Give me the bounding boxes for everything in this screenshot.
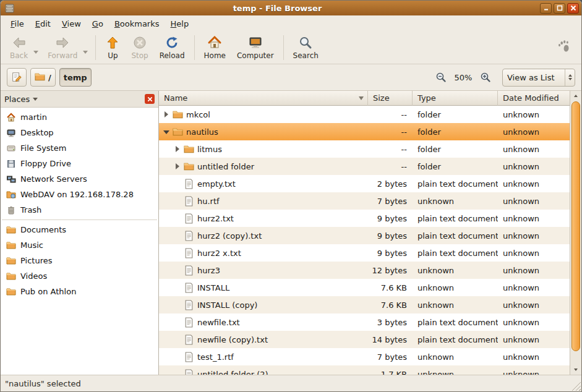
sidebar-item-webdav-on-192-168-178-28[interactable]: WebDAV on 192.168.178.28 (1, 187, 158, 202)
file-row[interactable]: INSTALL 7.6 KB unknown unknown (159, 279, 570, 296)
file-date-modified: unknown (498, 197, 570, 206)
file-row[interactable]: hurz2 x.txt 9 bytes plain text document … (159, 244, 570, 262)
file-row[interactable]: hurz2 (copy).txt 9 bytes plain text docu… (159, 227, 570, 244)
toolbar-button-label: Search (293, 51, 319, 60)
sidebar-item-pictures[interactable]: Pictures (1, 253, 158, 268)
sidebar-item-pub-on-athlon[interactable]: Pub on Athlon (1, 284, 158, 299)
menu-go[interactable]: Go (87, 17, 108, 30)
place-label: Pub on Athlon (20, 287, 76, 296)
menu-edit[interactable]: Edit (30, 17, 56, 30)
sidebar-item-file-system[interactable]: File System (1, 140, 158, 156)
places-header[interactable]: Places (1, 91, 158, 108)
column-header-type[interactable]: Type (413, 91, 498, 106)
sidebar-item-desktop[interactable]: Desktop (1, 125, 158, 140)
chevron-down-icon[interactable] (33, 51, 38, 54)
file-type: folder (413, 127, 498, 137)
column-header-date-modified[interactable]: Date Modified (498, 91, 570, 106)
column-header-name[interactable]: Name (159, 91, 368, 106)
back-button[interactable]: Back (4, 33, 33, 62)
file-type: unknown (413, 283, 498, 292)
file-size: -- (368, 145, 413, 154)
titlebar[interactable]: temp - File Browser (1, 1, 581, 15)
scrollbar-thumb[interactable] (571, 101, 580, 351)
menu-bookmarks[interactable]: Bookmarks (109, 17, 165, 30)
path-temp-label: temp (64, 73, 87, 82)
toggle-location-entry-button[interactable] (7, 68, 27, 87)
file-row[interactable]: hurz2.txt 9 bytes plain text document un… (159, 210, 570, 227)
menu-help[interactable]: Help (166, 17, 194, 30)
file-date-modified: unknown (498, 231, 570, 241)
file-name: hurz3 (197, 266, 220, 275)
stop-button[interactable]: Stop (126, 33, 153, 62)
folder-icon (173, 109, 183, 120)
computer-icon (248, 35, 263, 50)
text-file-icon (184, 283, 194, 293)
trash-icon (6, 205, 16, 215)
place-label: Network Servers (20, 174, 87, 184)
text-file-icon (184, 317, 194, 328)
file-size: 1.7 KB (368, 370, 413, 375)
reload-icon (165, 35, 179, 50)
expander-icon[interactable] (174, 163, 182, 171)
expander-icon[interactable] (174, 145, 182, 153)
zoom-in-icon[interactable] (480, 72, 491, 83)
file-row[interactable]: hu.rtf 7 bytes unknown unknown (159, 192, 570, 210)
zoom-out-icon[interactable] (435, 72, 447, 83)
expander-icon[interactable] (163, 111, 171, 119)
file-name: empty.txt (197, 179, 236, 189)
chevron-down-icon[interactable] (83, 51, 88, 54)
sidebar-item-network-servers[interactable]: Network Servers (1, 171, 158, 187)
combo-arrows-icon (565, 69, 575, 86)
column-header-size[interactable]: Size (368, 91, 413, 106)
file-row[interactable]: test_1.rtf 7 bytes unknown unknown (159, 348, 570, 365)
toolbar: Back Forward Up Stop Reload (4, 32, 324, 63)
computer-button[interactable]: Computer (231, 33, 280, 62)
up-button[interactable]: Up (100, 33, 126, 62)
sidebar-item-floppy-drive[interactable]: Floppy Drive (1, 156, 158, 171)
file-row[interactable]: newfile.txt 3 bytes plain text document … (159, 313, 570, 331)
file-row[interactable]: newfile (copy).txt 14 bytes plain text d… (159, 331, 570, 348)
path-button-root[interactable]: / (30, 68, 56, 87)
sidebar-item-martin[interactable]: martin (1, 109, 158, 125)
file-row[interactable]: hurz3 12 bytes unknown unknown (159, 262, 570, 279)
expander-icon[interactable] (163, 128, 171, 136)
file-row[interactable]: litmus -- folder unknown (159, 140, 570, 158)
desktop-icon (6, 128, 16, 138)
minimize-button[interactable] (540, 3, 552, 14)
file-row[interactable]: INSTALL (copy) 7.6 KB unknown unknown (159, 296, 570, 313)
file-row[interactable]: mkcol -- folder unknown (159, 106, 570, 123)
file-date-modified: unknown (498, 162, 570, 171)
toolbar-separator (283, 35, 284, 60)
close-button[interactable] (567, 3, 579, 14)
file-date-modified: unknown (498, 370, 570, 375)
sidebar-item-music[interactable]: Music (1, 237, 158, 253)
menu-view[interactable]: View (57, 17, 86, 30)
scroll-up-icon[interactable] (570, 91, 581, 101)
toolbar-row: Back Forward Up Stop Reload (1, 32, 581, 64)
home-button[interactable]: Home (199, 33, 231, 62)
sidebar-item-trash[interactable]: Trash (1, 202, 158, 218)
file-row[interactable]: untitled folder (2) 1.7 KB unknown unkno… (159, 365, 570, 375)
scroll-down-icon[interactable] (570, 365, 581, 375)
path-button-temp[interactable]: temp (59, 68, 92, 87)
close-sidebar-button[interactable] (145, 94, 155, 104)
file-row[interactable]: untitled folder -- folder unknown (159, 158, 570, 175)
maximize-button[interactable] (554, 3, 565, 14)
file-size: -- (368, 127, 413, 137)
file-size: 12 bytes (368, 266, 413, 275)
search-button[interactable]: Search (288, 33, 324, 62)
view-as-select[interactable]: View as List (502, 69, 575, 87)
forward-button[interactable]: Forward (42, 33, 83, 62)
vertical-scrollbar[interactable] (570, 91, 581, 375)
text-file-icon (184, 369, 194, 375)
webdav-icon (6, 190, 16, 200)
file-row[interactable]: empty.txt 2 bytes plain text document un… (159, 175, 570, 192)
sidebar-item-videos[interactable]: Videos (1, 268, 158, 284)
file-row[interactable]: nautilus -- folder unknown (159, 123, 570, 140)
file-date-modified: unknown (498, 318, 570, 327)
file-type: plain text document (413, 214, 498, 223)
sidebar-item-documents[interactable]: Documents (1, 222, 158, 237)
menu-file[interactable]: File (6, 17, 29, 30)
reload-button[interactable]: Reload (154, 33, 190, 62)
resize-grip[interactable] (571, 381, 581, 391)
